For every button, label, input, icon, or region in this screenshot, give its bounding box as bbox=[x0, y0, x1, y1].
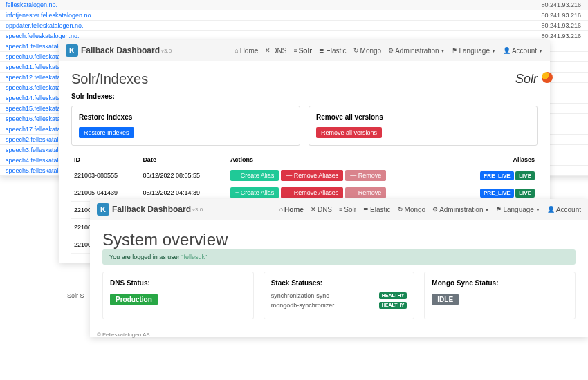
cell-id: 221003-080555 bbox=[71, 167, 140, 184]
brand: Fallback Dashboard bbox=[81, 46, 160, 55]
login-user: "fellesdk". bbox=[181, 254, 208, 260]
nav-mongo[interactable]: ↻Mongo bbox=[398, 206, 426, 213]
solr-subheading: Solr Indexes: bbox=[71, 93, 538, 100]
stack-row: synchronization-syncHEALTHY bbox=[271, 292, 407, 299]
nav-mongo[interactable]: ↻Mongo bbox=[353, 47, 382, 55]
solr-icon: ≡ bbox=[339, 206, 342, 213]
page-title: Solr/Indexes bbox=[71, 71, 148, 87]
dns-ip: 80.241.93.216 bbox=[349, 0, 588, 10]
alias-badge: LIVE bbox=[515, 189, 535, 198]
remove-button[interactable]: — Remove bbox=[345, 187, 386, 198]
stack-status-heading: Stack Statuses: bbox=[271, 279, 407, 287]
version: v3.0 bbox=[161, 48, 172, 54]
login-alert: You are logged in as user "fellesdk". bbox=[102, 249, 576, 265]
nav-account[interactable]: 👤Account bbox=[547, 206, 581, 213]
home-icon: ⌂ bbox=[235, 47, 238, 54]
mongo-status-badge: IDLE bbox=[432, 294, 459, 305]
stack-name: synchronization-sync bbox=[271, 292, 329, 299]
remove-aliases-button[interactable]: — Remove Aliases bbox=[281, 170, 343, 181]
overview-window: K Fallback Dashboard v3.0 ⌂Home ✕DNS ≡So… bbox=[90, 199, 588, 337]
th-actions: Actions bbox=[228, 153, 453, 167]
alias-badge: PRE_LIVE bbox=[480, 171, 514, 180]
restore-button[interactable]: Restore Indexes bbox=[79, 127, 134, 138]
footer: © Felleskatalogen AS bbox=[90, 329, 588, 341]
nav-solr[interactable]: ≡Solr bbox=[293, 47, 312, 55]
alias-badge: LIVE bbox=[515, 171, 535, 180]
stack-status-badge: HEALTHY bbox=[379, 302, 407, 309]
dns-host[interactable]: infotjenester.felleskatalogen.no. bbox=[0, 10, 349, 21]
remove-aliases-button[interactable]: — Remove Aliases bbox=[281, 187, 343, 198]
nav-account[interactable]: 👤Account▼ bbox=[503, 47, 543, 55]
stack-row: mongodb-synchronizerHEALTHY bbox=[271, 302, 407, 309]
dns-row[interactable]: felleskatalogen.no.80.241.93.216 bbox=[0, 0, 588, 10]
flag-icon: ⚑ bbox=[452, 47, 457, 54]
nav-solr[interactable]: ≡Solr bbox=[339, 206, 356, 213]
elastic-icon: ≣ bbox=[363, 206, 369, 213]
dns-status-heading: DNS Status: bbox=[110, 279, 246, 287]
flag-icon: ⚑ bbox=[496, 206, 502, 213]
nav-home[interactable]: ⌂Home bbox=[235, 47, 258, 55]
th-id: ID bbox=[71, 153, 140, 167]
nav-elastic[interactable]: ≣Elastic bbox=[363, 206, 390, 213]
stack-status-badge: HEALTHY bbox=[379, 292, 407, 299]
elastic-icon: ≣ bbox=[319, 47, 324, 54]
chevron-down-icon: ▼ bbox=[538, 48, 543, 53]
nav-admin[interactable]: ⚙Administration▼ bbox=[432, 206, 489, 213]
restore-heading: Restore Indexes bbox=[79, 113, 293, 121]
create-alias-button[interactable]: + Create Alias bbox=[230, 187, 279, 198]
user-icon: 👤 bbox=[547, 206, 555, 213]
dns-host[interactable]: oppdater.felleskatalogen.no. bbox=[0, 21, 349, 31]
alias-badge: PRE_LIVE bbox=[480, 189, 514, 198]
mongo-icon: ↻ bbox=[398, 206, 403, 213]
solr-icon: ≡ bbox=[293, 47, 297, 54]
navbar: K Fallback Dashboard v3.0 ⌂Home ✕DNS ≡So… bbox=[90, 199, 588, 220]
dns-icon: ✕ bbox=[311, 206, 316, 213]
gear-icon: ⚙ bbox=[388, 47, 394, 54]
mongo-status-panel: Mongo Sync Status: IDLE bbox=[424, 272, 576, 319]
remove-heading: Remove all versions bbox=[316, 113, 530, 121]
chevron-down-icon: ▼ bbox=[441, 48, 445, 53]
logo-icon: K bbox=[97, 203, 109, 216]
version: v3.0 bbox=[192, 207, 203, 213]
dns-ip: 80.241.93.216 bbox=[349, 21, 588, 31]
dns-row[interactable]: oppdater.felleskatalogen.no.80.241.93.21… bbox=[0, 21, 588, 31]
page-title: System overview bbox=[102, 230, 576, 249]
restore-card: Restore Indexes Restore Indexes bbox=[71, 106, 300, 146]
th-aliases: Aliases bbox=[453, 153, 538, 167]
nav-dns[interactable]: ✕DNS bbox=[311, 206, 332, 213]
chevron-down-icon: ▼ bbox=[491, 48, 496, 53]
nav-elastic[interactable]: ≣Elastic bbox=[319, 47, 346, 55]
th-date: Date bbox=[140, 153, 228, 167]
dns-row[interactable]: infotjenester.felleskatalogen.no.80.241.… bbox=[0, 10, 588, 21]
nav-home[interactable]: ⌂Home bbox=[279, 206, 304, 213]
solr-status-label: Solr S bbox=[67, 292, 84, 299]
brand: Fallback Dashboard bbox=[112, 205, 191, 214]
cell-date: 03/12/2022 08:05:55 bbox=[140, 167, 228, 184]
create-alias-button[interactable]: + Create Alias bbox=[230, 170, 279, 181]
remove-all-button[interactable]: Remove all versions bbox=[316, 127, 382, 138]
stack-status-panel: Stack Statuses: synchronization-syncHEAL… bbox=[264, 272, 415, 319]
mongo-icon: ↻ bbox=[353, 47, 359, 54]
solr-logo: Solr bbox=[515, 72, 538, 86]
dns-host[interactable]: felleskatalogen.no. bbox=[0, 0, 349, 10]
logo-icon: K bbox=[66, 44, 78, 57]
nav-language[interactable]: ⚑Language▼ bbox=[452, 47, 495, 55]
home-icon: ⌂ bbox=[279, 206, 283, 213]
nav-admin[interactable]: ⚙Administration▼ bbox=[388, 47, 445, 55]
dns-status-badge: Production bbox=[110, 294, 158, 305]
index-row: 221003-080555 03/12/2022 08:05:55 + Crea… bbox=[71, 167, 538, 184]
navbar: K Fallback Dashboard v3.0 ⌂Home ✕DNS ≡So… bbox=[59, 40, 550, 61]
mongo-status-heading: Mongo Sync Status: bbox=[432, 279, 568, 287]
dns-status-panel: DNS Status: Production bbox=[102, 272, 254, 319]
dns-ip: 80.241.93.216 bbox=[349, 10, 588, 21]
nav-dns[interactable]: ✕DNS bbox=[265, 47, 286, 55]
remove-card: Remove all versions Remove all versions bbox=[309, 106, 538, 146]
chevron-down-icon: ▼ bbox=[535, 207, 540, 212]
stack-name: mongodb-synchronizer bbox=[271, 302, 335, 309]
user-icon: 👤 bbox=[503, 47, 511, 54]
nav-language[interactable]: ⚑Language▼ bbox=[496, 206, 540, 213]
chevron-down-icon: ▼ bbox=[484, 207, 489, 212]
dns-icon: ✕ bbox=[265, 47, 270, 54]
gear-icon: ⚙ bbox=[432, 206, 438, 213]
remove-button[interactable]: — Remove bbox=[345, 170, 386, 181]
